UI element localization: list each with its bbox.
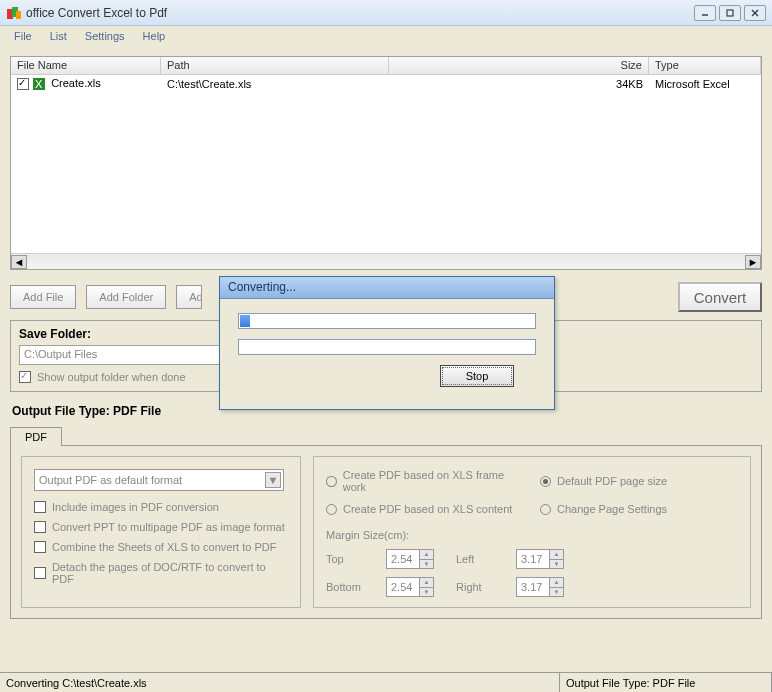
spin-down-icon[interactable]: ▼ — [549, 560, 563, 569]
menu-list[interactable]: List — [42, 28, 75, 44]
options-left: Output PDF as default format ▼ Include i… — [21, 456, 301, 608]
radio-xls-framework[interactable] — [326, 476, 337, 487]
chevron-down-icon[interactable]: ▼ — [265, 472, 281, 488]
detach-pages-checkbox[interactable] — [34, 567, 46, 579]
progress-fill — [240, 315, 250, 327]
window-controls — [694, 5, 766, 21]
margin-right-input[interactable]: 3.17▲▼ — [516, 577, 564, 597]
menu-file[interactable]: File — [6, 28, 40, 44]
detach-pages-label: Detach the pages of DOC/RTF to convert t… — [52, 561, 288, 585]
svg-rect-4 — [727, 10, 733, 16]
app-icon — [6, 5, 22, 21]
output-format-combo[interactable]: Output PDF as default format ▼ — [34, 469, 284, 491]
spin-down-icon[interactable]: ▼ — [419, 588, 433, 597]
row-size: 34KB — [389, 78, 649, 90]
spin-up-icon[interactable]: ▲ — [549, 550, 563, 560]
file-list-header: File Name Path Size Type — [11, 57, 761, 75]
converting-dialog: Converting... Stop — [219, 276, 555, 410]
convert-button[interactable]: Convert — [678, 282, 762, 312]
row-checkbox[interactable] — [17, 78, 29, 90]
excel-icon: X — [32, 77, 46, 91]
radio-xls-content-label: Create PDF based on XLS content — [343, 503, 512, 515]
maximize-button[interactable] — [719, 5, 741, 21]
radio-xls-framework-label: Create PDF based on XLS frame work — [343, 469, 524, 493]
close-button[interactable] — [744, 5, 766, 21]
table-row[interactable]: X Create.xls C:\test\Create.xls 34KB Mic… — [11, 75, 761, 93]
menu-help[interactable]: Help — [135, 28, 174, 44]
svg-text:X: X — [35, 78, 43, 90]
options-panel: Output PDF as default format ▼ Include i… — [10, 445, 762, 619]
status-right: Output File Type: PDF File — [560, 673, 772, 692]
show-output-label: Show output folder when done — [37, 371, 186, 383]
convert-ppt-checkbox[interactable] — [34, 521, 46, 533]
margin-bottom-label: Bottom — [326, 581, 376, 593]
status-left: Converting C:\test\Create.xls — [0, 673, 560, 692]
margin-bottom-input[interactable]: 2.54▲▼ — [386, 577, 434, 597]
combo-value: Output PDF as default format — [39, 474, 182, 486]
add-file-button[interactable]: Add File — [10, 285, 76, 309]
convert-ppt-label: Convert PPT to multipage PDF as image fo… — [52, 521, 285, 533]
spin-up-icon[interactable]: ▲ — [549, 578, 563, 588]
stop-button[interactable]: Stop — [440, 365, 514, 387]
margin-top-label: Top — [326, 553, 376, 565]
scroll-left-icon[interactable]: ◄ — [11, 255, 27, 269]
col-type[interactable]: Type — [649, 57, 761, 74]
row-path: C:\test\Create.xls — [161, 78, 389, 90]
horizontal-scrollbar[interactable]: ◄ ► — [11, 253, 761, 269]
progress-bar-1 — [238, 313, 536, 329]
combine-sheets-checkbox[interactable] — [34, 541, 46, 553]
add-folder-button[interactable]: Add Folder — [86, 285, 166, 309]
col-filename[interactable]: File Name — [11, 57, 161, 74]
include-images-label: Include images in PDF conversion — [52, 501, 219, 513]
radio-change-settings[interactable] — [540, 504, 551, 515]
margin-top-input[interactable]: 2.54▲▼ — [386, 549, 434, 569]
add-url-button-partial[interactable]: Ad — [176, 285, 202, 309]
menubar: File List Settings Help — [0, 26, 772, 46]
radio-default-size-label: Default PDF page size — [557, 475, 667, 487]
spin-down-icon[interactable]: ▼ — [419, 560, 433, 569]
dialog-title: Converting... — [220, 277, 554, 299]
scroll-right-icon[interactable]: ► — [745, 255, 761, 269]
radio-default-size[interactable] — [540, 476, 551, 487]
spin-up-icon[interactable]: ▲ — [419, 550, 433, 560]
spin-up-icon[interactable]: ▲ — [419, 578, 433, 588]
margin-left-label: Left — [456, 553, 506, 565]
margin-size-label: Margin Size(cm): — [326, 529, 738, 541]
radio-change-settings-label: Change Page Settings — [557, 503, 667, 515]
show-output-checkbox[interactable] — [19, 371, 31, 383]
progress-bar-2 — [238, 339, 536, 355]
options-right: Create PDF based on XLS frame work Defau… — [313, 456, 751, 608]
menu-settings[interactable]: Settings — [77, 28, 133, 44]
minimize-button[interactable] — [694, 5, 716, 21]
scroll-track[interactable] — [27, 255, 745, 269]
margin-right-label: Right — [456, 581, 506, 593]
combine-sheets-label: Combine the Sheets of XLS to convert to … — [52, 541, 276, 553]
file-list: File Name Path Size Type X Create.xls C:… — [10, 56, 762, 270]
margin-left-input[interactable]: 3.17▲▼ — [516, 549, 564, 569]
statusbar: Converting C:\test\Create.xls Output Fil… — [0, 672, 772, 692]
include-images-checkbox[interactable] — [34, 501, 46, 513]
col-size[interactable]: Size — [389, 57, 649, 74]
svg-rect-2 — [16, 11, 21, 19]
spin-down-icon[interactable]: ▼ — [549, 588, 563, 597]
tab-pdf[interactable]: PDF — [10, 427, 62, 446]
col-path[interactable]: Path — [161, 57, 389, 74]
titlebar: office Convert Excel to Pdf — [0, 0, 772, 26]
row-filename: Create.xls — [51, 77, 101, 89]
row-type: Microsoft Excel — [649, 78, 761, 90]
tabs: PDF — [10, 426, 762, 445]
window-title: office Convert Excel to Pdf — [26, 6, 694, 20]
radio-xls-content[interactable] — [326, 504, 337, 515]
